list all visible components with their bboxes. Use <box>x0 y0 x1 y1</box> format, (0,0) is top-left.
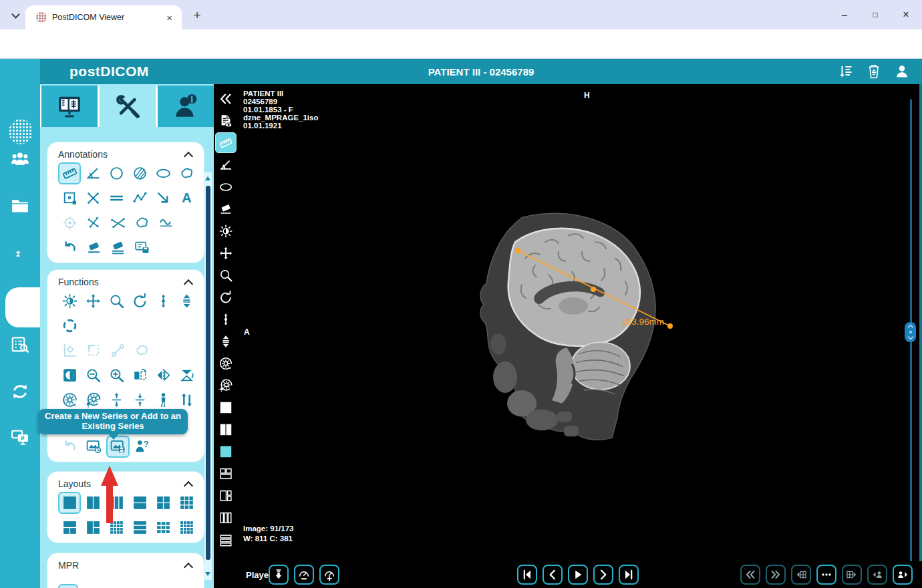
previous-image[interactable] <box>543 565 563 585</box>
next-patient[interactable] <box>893 565 913 585</box>
increase-speed[interactable] <box>319 565 339 585</box>
export-image[interactable] <box>82 436 106 458</box>
rotate[interactable] <box>215 287 237 307</box>
mpr-tool-partial[interactable] <box>58 584 78 588</box>
zoom[interactable] <box>215 265 237 285</box>
next-image[interactable] <box>593 565 613 585</box>
circle-roi[interactable] <box>105 162 128 184</box>
panel-scrollbar-thumb[interactable] <box>206 186 210 560</box>
rotate[interactable] <box>129 290 152 312</box>
text-annotation[interactable] <box>176 187 198 209</box>
collapse-toolbar[interactable] <box>215 88 237 109</box>
reference-point[interactable] <box>58 315 82 337</box>
patient-query[interactable] <box>130 436 154 458</box>
window-level[interactable] <box>58 290 81 312</box>
collapse-annotations-icon[interactable] <box>184 151 193 160</box>
bone-tool[interactable] <box>106 339 130 361</box>
freehand-roi[interactable] <box>176 162 198 184</box>
decrease-speed[interactable] <box>294 565 314 585</box>
zoom-out[interactable] <box>82 364 104 386</box>
layout-1-2[interactable] <box>58 517 81 539</box>
stack-navigation[interactable] <box>176 290 198 312</box>
fit-vertical[interactable] <box>105 389 128 411</box>
play[interactable] <box>568 565 588 585</box>
parallel-lines[interactable] <box>105 187 128 209</box>
layout-1x3-outline[interactable] <box>215 507 237 528</box>
erase-annotation[interactable] <box>82 237 106 259</box>
next-layout[interactable] <box>842 565 862 585</box>
arrow-annotation[interactable] <box>152 187 175 209</box>
window-level-roi[interactable] <box>58 339 82 361</box>
tab-close-icon[interactable]: × <box>164 12 175 23</box>
actual-size[interactable] <box>129 389 152 411</box>
collapse-layouts-icon[interactable] <box>184 480 193 490</box>
cross-marker[interactable] <box>82 187 104 209</box>
window-level[interactable] <box>215 220 237 241</box>
patient-orientation[interactable] <box>152 389 175 411</box>
rectangle-roi[interactable] <box>58 187 81 209</box>
cloud-upload[interactable] <box>0 282 40 314</box>
scroll-stack[interactable] <box>215 309 237 329</box>
window-maximize-button[interactable]: □ <box>862 5 889 24</box>
images[interactable] <box>0 237 40 269</box>
layout-1x1[interactable] <box>215 397 237 418</box>
window-minimize-button[interactable]: – <box>831 5 858 24</box>
ellipse-roi[interactable] <box>152 162 175 184</box>
active-viewport[interactable] <box>215 441 237 462</box>
filled-circle-roi[interactable] <box>129 162 152 184</box>
previous-series[interactable] <box>740 565 760 585</box>
angle-measurement[interactable] <box>82 162 104 184</box>
scroll-stack[interactable] <box>152 290 175 312</box>
reset-image[interactable] <box>215 353 237 374</box>
layout-3x4[interactable] <box>152 517 175 539</box>
save-annotations[interactable] <box>130 237 154 259</box>
swap-order[interactable] <box>176 389 198 411</box>
sync[interactable] <box>0 376 40 408</box>
image-scroll-thumb[interactable] <box>905 322 916 342</box>
tab-patient-info[interactable] <box>158 86 214 127</box>
worklist-search[interactable] <box>0 329 40 361</box>
spline-curve[interactable] <box>154 212 178 234</box>
cobb-angle[interactable] <box>106 212 130 234</box>
first-image[interactable] <box>517 565 537 585</box>
folders[interactable] <box>0 190 40 222</box>
crop-region[interactable] <box>82 339 106 361</box>
collapse-functions-icon[interactable] <box>184 279 193 288</box>
erase-all-annotations[interactable] <box>106 237 130 259</box>
layout-2x2-outline[interactable] <box>215 463 237 484</box>
layout-2x2[interactable] <box>152 492 175 514</box>
next-series[interactable] <box>766 565 786 585</box>
collapse-mpr-icon[interactable] <box>184 562 193 571</box>
layout-4x4-alt[interactable] <box>176 517 198 539</box>
invert[interactable] <box>58 364 81 386</box>
length-measurement[interactable] <box>215 132 237 153</box>
layout-3x1-outline[interactable] <box>215 529 237 550</box>
scroll-down-icon[interactable] <box>205 572 210 576</box>
account-icon[interactable] <box>894 63 910 80</box>
undo-annotation[interactable] <box>58 237 82 259</box>
undo-function[interactable] <box>58 436 82 458</box>
zoom-in[interactable] <box>105 364 128 386</box>
eraser[interactable] <box>215 198 237 219</box>
layout-3x3[interactable] <box>176 492 198 514</box>
image-viewport[interactable]: PATIENT III 02456789 01.01.1853 - F dzne… <box>238 84 919 561</box>
polyline[interactable] <box>129 187 152 209</box>
point-marker[interactable] <box>58 212 82 234</box>
layout-3x1[interactable] <box>129 517 152 539</box>
previous-layout[interactable] <box>791 565 811 585</box>
flip-vertical[interactable] <box>152 364 175 386</box>
stack-navigation[interactable] <box>215 331 237 351</box>
patients[interactable] <box>0 143 40 175</box>
layout-1x2[interactable] <box>215 419 237 440</box>
tab-search-button[interactable] <box>7 7 24 24</box>
intersecting-lines[interactable] <box>82 212 106 234</box>
rotate-flip[interactable] <box>176 364 198 386</box>
download-images[interactable] <box>269 565 289 585</box>
layout-2x1[interactable] <box>129 492 152 514</box>
zoom[interactable] <box>105 290 128 312</box>
previous-patient[interactable] <box>867 565 887 585</box>
reset-all[interactable] <box>215 375 237 396</box>
recycle-bin-icon[interactable] <box>866 63 882 80</box>
pan[interactable] <box>82 290 104 312</box>
layout-2-1-outline[interactable] <box>215 485 237 506</box>
